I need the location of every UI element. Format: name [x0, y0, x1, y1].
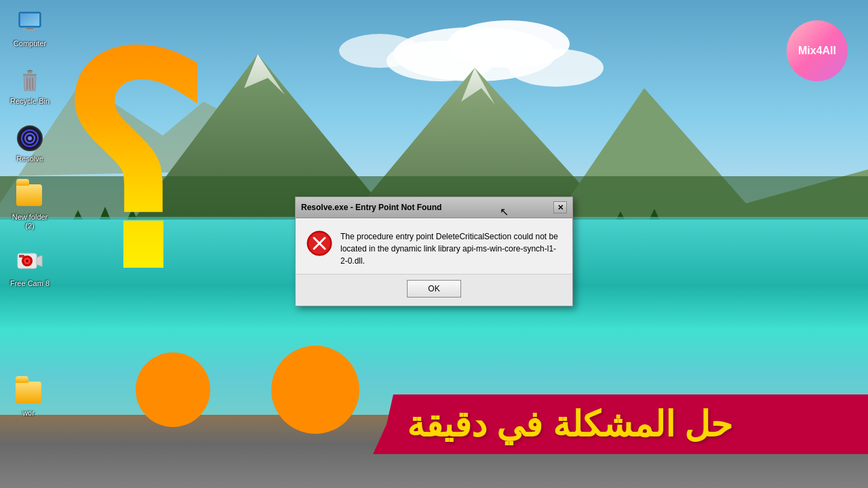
svg-point-5	[339, 34, 420, 68]
dialog-content-area: The procedure entry point DeleteCritical…	[296, 218, 572, 274]
resolve-icon-label: Resolve	[16, 155, 43, 163]
wor-icon	[16, 382, 41, 403]
new-folder-desktop-icon[interactable]: New folder (2)	[7, 180, 53, 233]
mix4all-logo: Mix4All	[787, 20, 848, 81]
svg-rect-42	[19, 255, 24, 258]
free-cam-desktop-icon[interactable]: Free Cam 8	[7, 247, 53, 291]
recycle-bin-desktop-icon[interactable]: Recycle Bin	[7, 64, 53, 108]
error-icon	[307, 230, 332, 256]
dialog-titlebar: Resolve.exe - Entry Point Not Found ✕	[296, 197, 572, 218]
close-x-icon: ✕	[557, 203, 564, 212]
svg-point-4	[509, 49, 604, 87]
dialog-close-button[interactable]: ✕	[553, 201, 567, 214]
svg-rect-30	[23, 74, 37, 76]
banner-text: حل المشكلة في دقيقة	[407, 405, 732, 444]
computer-desktop-icon[interactable]: Computer	[7, 7, 53, 51]
free-cam-icon-label: Free Cam 8	[10, 279, 50, 288]
computer-icon-label: Computer	[14, 39, 46, 48]
new-folder-icon-label: New folder (2)	[9, 213, 50, 230]
banner-background: حل المشكلة في دقيقة	[373, 394, 868, 454]
svg-marker-41	[37, 256, 42, 266]
orange-circle-left	[136, 352, 210, 427]
dialog-message: The procedure entry point DeleteCritical…	[340, 230, 561, 267]
svg-rect-28	[22, 29, 37, 30]
free-cam-icon	[16, 251, 43, 275]
resolve-desktop-icon[interactable]: Resolve	[7, 122, 53, 166]
svg-rect-27	[26, 27, 33, 29]
wor-desktop-icon[interactable]: wor	[5, 376, 52, 420]
error-dialog: Resolve.exe - Entry Point Not Found ✕ Th…	[295, 197, 573, 306]
recycle-bin-icon	[18, 68, 42, 94]
arabic-banner: حل المشكلة في دقيقة	[373, 394, 868, 454]
new-folder-icon	[16, 184, 43, 209]
dialog-title: Resolve.exe - Entry Point Not Found	[301, 203, 553, 212]
resolve-icon	[17, 125, 43, 151]
recycle-bin-icon-img	[16, 67, 43, 94]
wor-icon-img	[15, 379, 42, 406]
svg-point-40	[26, 260, 28, 262]
svg-point-36	[28, 136, 32, 140]
computer-icon-img	[16, 9, 43, 37]
desktop-icon-area: Computer Recycle Bin	[0, 0, 53, 291]
recycle-bin-icon-label: Recycle Bin	[10, 97, 50, 106]
resolve-icon-img	[16, 125, 43, 152]
computer-icon	[17, 11, 43, 35]
ok-button[interactable]: OK	[407, 280, 461, 298]
new-folder-icon-img	[16, 183, 43, 210]
free-cam-icon-img	[16, 249, 43, 277]
orange-circle-right	[271, 346, 359, 434]
dialog-footer: OK	[296, 274, 572, 306]
mix4all-text: Mix4All	[798, 45, 836, 57]
svg-rect-26	[20, 14, 39, 26]
wor-icon-label: wor	[22, 409, 35, 418]
